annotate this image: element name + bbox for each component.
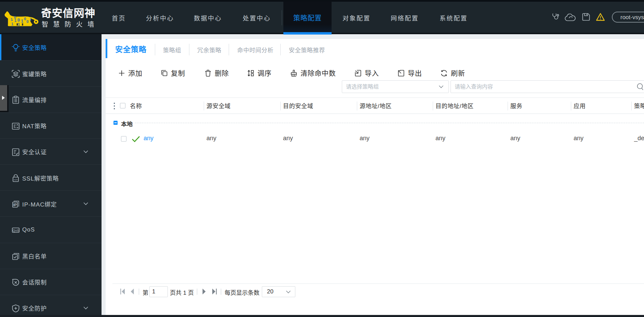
svg-text:1: 1 <box>10 17 13 22</box>
svg-text:1: 1 <box>21 19 24 24</box>
svg-text:0: 0 <box>24 17 26 21</box>
svg-text:1: 1 <box>11 22 13 26</box>
svg-text:QoS: QoS <box>13 229 19 232</box>
svg-text:0: 0 <box>17 17 20 23</box>
svg-text:1: 1 <box>14 18 16 23</box>
svg-text:0: 0 <box>27 19 29 24</box>
svg-text:1: 1 <box>18 22 20 26</box>
svg-text:IP: IP <box>13 203 17 207</box>
svg-text:</>: </> <box>14 178 18 181</box>
